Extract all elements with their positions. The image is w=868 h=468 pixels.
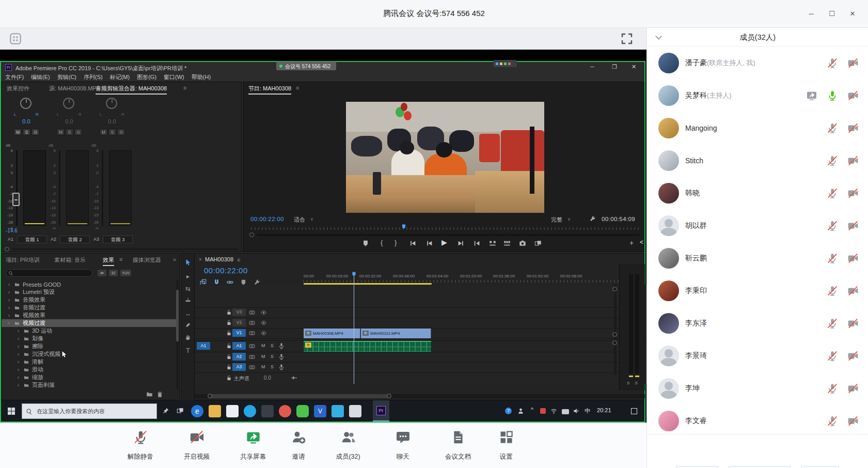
member-row[interactable]: 韩晓 [647,177,868,209]
member-row[interactable]: Mangoing [647,112,868,144]
menu-clip: 剪辑(C) [57,73,76,81]
camera-off-icon[interactable] [848,383,858,394]
apps-grid-icon[interactable] [9,33,22,45]
member-row[interactable]: 靳云鹏 [647,242,868,274]
mic-muted-icon[interactable] [827,383,838,394]
settings-button[interactable]: 设置 [483,426,529,464]
mixer-channel-3: L R 0.0 M S ⊙ dB 6 2 0 -4 -7 -10 -13 -19… [91,97,133,247]
fx-badge: fx [305,342,311,348]
camera-off-icon[interactable] [848,123,858,133]
avatar [658,150,679,171]
timeline-tab: MAH00308 [205,256,233,262]
mic-muted-icon[interactable] [827,188,838,198]
menu-marker: 标记(M) [110,73,130,81]
members-button[interactable]: 成员(32) [325,426,371,464]
mic-muted-icon[interactable] [827,155,838,166]
document-icon [451,430,465,444]
mic-muted-icon[interactable] [827,318,838,329]
program-video-frame [346,102,544,213]
mic-muted-icon[interactable] [827,286,838,296]
taskbar-app-voov: V [314,405,326,417]
camera-off-icon[interactable] [848,188,858,198]
window-close-button[interactable]: ✕ [846,8,859,20]
tray-clock: 20:21 [597,407,611,413]
mic-muted-icon[interactable] [827,416,838,426]
master-fader-icon [291,375,297,381]
member-row[interactable]: 吴梦科 (主持人) [647,79,868,112]
invite-icon [292,430,306,444]
task-view-icon [177,407,184,414]
pan-right-label: R [36,112,39,117]
camera-off-icon[interactable] [848,318,858,329]
chat-button[interactable]: 聊天 [380,426,425,464]
tab-program-monitor: 节目: MAH00308 [248,85,291,95]
fx-badge: fx [305,331,311,336]
scene-shape [346,102,544,132]
minimized-toolbar-widget[interactable] [493,60,517,67]
settings-wrench-icon [589,215,596,222]
camera-off-icon[interactable] [848,286,858,296]
camera-off-icon[interactable] [848,253,858,263]
mic-muted-icon[interactable] [827,58,838,68]
mic-active-icon[interactable] [827,90,838,101]
avatar [658,280,679,301]
comparison-view-icon [534,240,542,247]
tree-item-zoom: ›缩放 [2,373,176,381]
search-icon [8,271,13,276]
tree-item-video-transitions: ›视频过渡 [2,319,176,327]
mic-muted-icon[interactable] [827,123,838,133]
unmute-all-button[interactable]: 解除全体静音 [729,466,791,468]
members-list: 潘子豪 (联席主持人, 我) 吴梦科 (主持人) Mangoing Stitch [647,46,868,462]
mute-all-button[interactable]: 全体静音 [676,466,718,468]
panel-menu-icon: ≡ [296,85,299,91]
member-row[interactable]: 李坤 [647,372,868,404]
camera-off-icon[interactable] [848,221,858,231]
scene-person [351,136,382,157]
more-button[interactable]: 更多 [801,466,839,468]
taskbar-app-misc [349,405,361,417]
scene-person [449,130,474,152]
member-row[interactable]: 李景琦 [647,339,868,372]
taskbar-app-explorer [209,405,221,417]
mic-muted-icon[interactable] [827,221,838,231]
mic-muted-icon [134,430,148,444]
share-screen-button[interactable]: 共享屏幕 [230,426,276,464]
window-maximize-button[interactable]: ☐ [826,8,838,20]
member-row[interactable]: 潘子豪 (联席主持人, 我) [647,46,868,79]
program-monitor-panel: 节目: MAH00308 ≡ [243,82,644,252]
track-header-a2: A2 M S [195,352,277,362]
invite-button[interactable]: 邀请 [276,426,321,464]
start-video-button[interactable]: 开启视频 [174,426,219,464]
extract-icon [503,240,511,247]
unmute-button[interactable]: 解除静音 [118,426,163,464]
member-row[interactable]: Stitch [647,144,868,177]
camera-off-icon[interactable] [848,58,858,68]
level-meter [23,150,46,226]
mic-muted-icon[interactable] [827,351,838,361]
meeting-docs-button[interactable]: 会议文档 [435,426,481,464]
hscroll-track [12,248,238,250]
camera-off-icon[interactable] [848,416,858,426]
tray-keyboard-icon [562,409,569,414]
meeting-id-badge[interactable]: 会议号 574 556 452 [276,61,336,70]
sharing-screen-icon[interactable] [807,90,817,101]
seek-scroll-track [257,234,640,236]
member-row[interactable]: 李秉印 [647,274,868,307]
track-select-tool-icon: ▸ [184,272,192,280]
chat-icon [396,430,410,444]
play-icon: ▶ [441,238,447,246]
mic-muted-icon[interactable] [827,253,838,263]
member-row[interactable]: 李东泽 [647,307,868,339]
share-screen-icon [246,430,260,444]
fullscreen-icon[interactable] [621,33,633,45]
camera-off-icon[interactable] [848,351,858,361]
fx-badge: fx [362,331,369,336]
go-to-out-icon [474,240,481,247]
member-row[interactable]: 李文睿 [647,404,868,437]
scene-balloon-darkred [401,103,407,111]
camera-off-icon[interactable] [848,90,858,101]
tree-item-lumetri: ›Lumetri 预设 [2,288,176,296]
camera-off-icon[interactable] [848,155,858,166]
member-row[interactable]: 胡以群 [647,209,868,242]
window-minimize-button[interactable]: ─ [805,8,817,20]
